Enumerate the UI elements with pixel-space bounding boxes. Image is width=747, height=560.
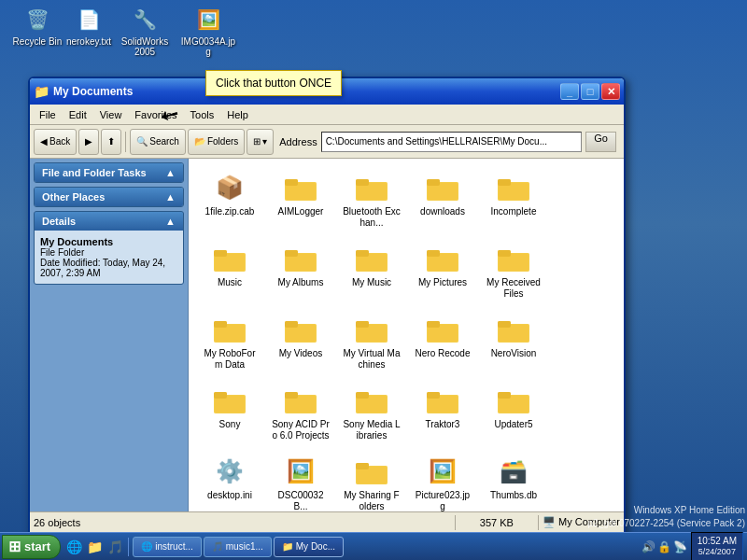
file-label: Updater5	[494, 419, 532, 430]
file-tasks-label: File and Folder Tasks	[42, 167, 147, 178]
file-item-updater5[interactable]: Updater5	[480, 379, 547, 446]
file-item-incomplete[interactable]: Incomplete	[480, 166, 547, 233]
file-tasks-header[interactable]: File and Folder Tasks ▲	[35, 163, 183, 182]
views-button[interactable]: ⊞▾	[247, 129, 274, 155]
file-item-bluetooth[interactable]: Bluetooth Exchan...	[338, 166, 405, 233]
clock[interactable]: 10:52 AM 5/24/2007	[691, 532, 743, 560]
folder-icon	[284, 242, 317, 275]
details-chevron: ▲	[165, 216, 176, 227]
media-icon[interactable]: 🎵	[106, 538, 124, 556]
file-item-1file-zip[interactable]: 📦1file.zip.cab	[196, 166, 263, 233]
svg-rect-49	[214, 321, 227, 328]
up-button[interactable]: ⬆	[101, 129, 121, 155]
folder-icon	[426, 171, 459, 204]
music-label: music1...	[226, 541, 263, 552]
folder-icon	[426, 313, 459, 346]
file-item-my-sharing[interactable]: My Sharing Folders	[338, 450, 405, 511]
file-item-my-pictures[interactable]: My Pictures	[409, 237, 476, 304]
desktop-icon-recycle-bin[interactable]: 🗑️ Recycle Bin	[9, 5, 65, 47]
file-label: downloads	[420, 206, 465, 217]
back-button[interactable]: ◀ Back	[34, 129, 77, 155]
svg-rect-79	[285, 392, 298, 399]
file-item-sony-media[interactable]: Sony Media Libraries	[338, 379, 405, 446]
file-label: DSC00032B...	[272, 490, 330, 511]
taskbar-item-mydoc[interactable]: 📁 My Doc...	[274, 537, 344, 557]
address-bar: Address C:\Documents and Settings\HELLRA…	[275, 132, 620, 152]
image-icon: 🖼️	[193, 5, 223, 35]
desktop-icon-nerokey[interactable]: 📄 nerokey.txt	[61, 5, 117, 47]
forward-button[interactable]: ▶	[78, 129, 99, 155]
file-item-my-music[interactable]: My Music	[338, 237, 405, 304]
tray-icon-3[interactable]: 📡	[673, 540, 687, 553]
file-item-my-videos[interactable]: My Videos	[267, 308, 334, 375]
details-header[interactable]: Details ▲	[35, 212, 183, 231]
file-item-aimlogger[interactable]: AIMLogger	[267, 166, 334, 233]
zip-icon: 📦	[213, 171, 247, 204]
desktop-icon-solidworks[interactable]: 🔧 SolidWorks 2005	[117, 5, 173, 57]
menu-view[interactable]: View	[94, 107, 128, 122]
file-item-my-roboform[interactable]: My RoboForm Data	[196, 308, 263, 375]
file-label: desktop.ini	[207, 490, 252, 501]
go-button[interactable]: Go	[585, 132, 616, 152]
svg-rect-59	[356, 321, 369, 328]
file-item-sony-acid[interactable]: Sony ACID Pro 6.0 Projects	[267, 379, 334, 446]
folders-button[interactable]: 📂 Folders	[188, 129, 245, 155]
file-label: Music	[218, 277, 242, 288]
menu-help[interactable]: Help	[221, 107, 254, 122]
window-body: File and Folder Tasks ▲ Other Places ▲ D…	[30, 159, 624, 511]
status-count: 26 objects	[34, 517, 451, 528]
desktop-icon-img0034a[interactable]: 🖼️ IMG0034A.jpg	[180, 5, 236, 57]
file-item-traktor3[interactable]: Traktor3	[409, 379, 476, 446]
folder-icon	[213, 384, 247, 417]
ie-icon[interactable]: 🌐	[64, 538, 83, 556]
other-places-header[interactable]: Other Places ▲	[35, 188, 183, 206]
file-label: My Music	[352, 277, 391, 288]
app-icon: 🔧	[130, 5, 160, 35]
start-button[interactable]: ⊞ start	[2, 535, 61, 559]
menu-file[interactable]: File	[34, 107, 62, 122]
taskbar-item-music[interactable]: 🎵 music1...	[204, 537, 272, 557]
file-tasks-chevron: ▲	[165, 167, 176, 178]
status-separator2	[538, 515, 539, 530]
svg-rect-64	[427, 321, 440, 328]
views-icon: ⊞	[253, 136, 261, 147]
image-icon: 🖼️	[284, 455, 317, 488]
file-item-music[interactable]: Music	[196, 237, 263, 304]
tray-icon-1[interactable]: 🔊	[641, 540, 655, 553]
taskbar-items: 🌐 instruct... 🎵 music1... 📁 My Doc...	[133, 537, 641, 557]
file-item-nero-recode[interactable]: Nero Recode	[409, 308, 476, 375]
search-icon: 🔍	[136, 136, 148, 147]
file-label: NeroVision	[491, 348, 537, 359]
search-button[interactable]: 🔍 Search	[130, 129, 186, 155]
address-input[interactable]: C:\Documents and Settings\HELLRAISER\My …	[321, 132, 583, 152]
menu-edit[interactable]: Edit	[63, 107, 92, 122]
os-name: Windows XP Home Edition	[588, 504, 745, 517]
file-label: Sony	[219, 419, 241, 430]
file-item-my-albums[interactable]: My Albums	[267, 237, 334, 304]
explorer-icon[interactable]: 📁	[85, 538, 104, 556]
file-item-dsc00032[interactable]: 🖼️DSC00032B...	[267, 450, 334, 511]
toolbar: ◀ Back ▶ ⬆ 🔍 Search 📂 Folders ⊞▾ Address…	[30, 125, 624, 159]
tooltip-text: Click that button ONCE	[216, 77, 331, 90]
file-label: Picture023.jpg	[414, 490, 472, 511]
file-item-desktop-ini[interactable]: ⚙️desktop.ini	[196, 450, 263, 511]
file-item-sony[interactable]: Sony	[196, 379, 263, 446]
file-item-picture023[interactable]: 🖼️Picture023.jpg	[409, 450, 476, 511]
maximize-button[interactable]: □	[581, 83, 599, 100]
file-item-thumbs-db[interactable]: 🗃️Thumbs.db	[480, 450, 547, 511]
close-button[interactable]: ✕	[601, 83, 620, 100]
svg-rect-4	[285, 179, 298, 186]
taskbar-item-instruct[interactable]: 🌐 instruct...	[133, 537, 202, 557]
recycle-bin-icon: 🗑️	[22, 5, 52, 35]
desktop-icon-label: nerokey.txt	[66, 36, 111, 47]
menu-tools[interactable]: Tools	[185, 107, 220, 122]
sidebar-other-places: Other Places ▲	[34, 187, 184, 207]
file-item-my-virtual[interactable]: My Virtual Machines	[338, 308, 405, 375]
file-item-my-received[interactable]: My Received Files	[480, 237, 547, 304]
file-item-downloads[interactable]: downloads	[409, 166, 476, 233]
file-item-nerovision[interactable]: NeroVision	[480, 308, 547, 375]
tray-icon-2[interactable]: 🔒	[657, 540, 671, 553]
status-separator	[455, 515, 456, 530]
folder-icon	[213, 242, 247, 275]
minimize-button[interactable]: _	[560, 83, 579, 100]
